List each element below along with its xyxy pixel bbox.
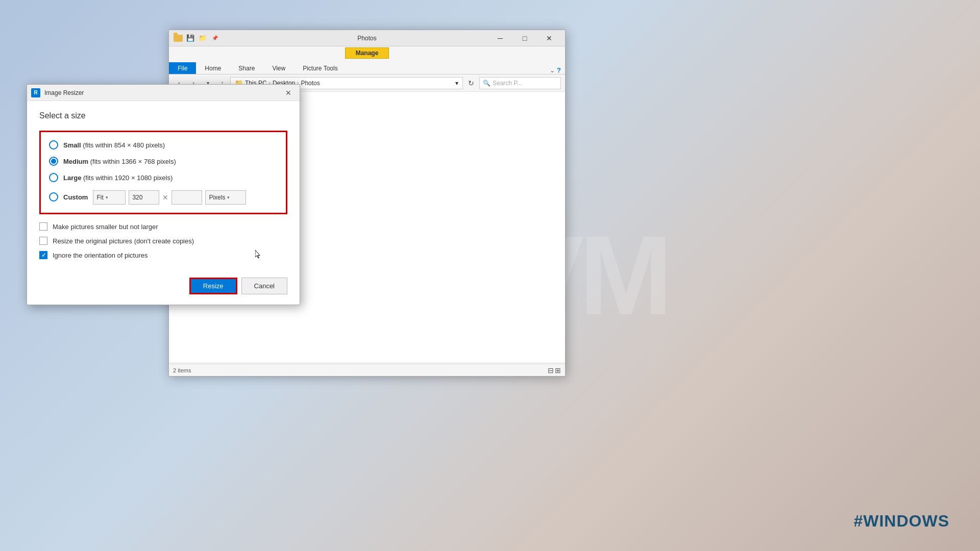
radio-medium[interactable] [49,157,58,166]
radio-large[interactable] [49,173,58,182]
checkbox-smaller[interactable]: Make pictures smaller but not larger [39,222,287,231]
manage-tab-area: Manage [169,46,565,59]
size-option-custom[interactable]: Custom Fit ▾ 320 ✕ Pixels ▾ [49,189,278,205]
size-option-large[interactable]: Large (fits within 980 × 551 pixels) [49,173,278,182]
size-options-box: Small (fits within 854 × 480 pixels) Med… [39,131,287,214]
checkbox-original[interactable]: Resize the original pictures (don't crea… [39,237,287,245]
dialog-title-text: Image Resizer [44,89,281,96]
tab-manage[interactable]: Manage [345,47,389,59]
ribbon-tabs: File Home Share View Picture Tools ⌄ ? [169,59,565,74]
custom-controls: Fit ▾ 320 ✕ Pixels ▾ [93,190,246,205]
size-large-label: Large (fits within 980 × 551 pixels) [63,174,173,182]
close-button[interactable]: ✕ [537,30,561,46]
status-bar: 2 items ⊟ ⊞ [169,364,565,376]
height-input[interactable] [172,190,202,205]
help-icon[interactable]: ? [557,66,561,74]
fit-label: Fit [96,194,103,201]
checkbox-orientation-box[interactable] [39,251,47,259]
resize-button[interactable]: Resize [189,278,237,294]
tab-file[interactable]: File [169,62,196,74]
checkbox-smaller-label: Make pictures smaller but not larger [53,223,158,231]
title-bar: 💾 📁 📌 Photos ─ □ ✕ [169,30,565,46]
title-bar-icons: 💾 📁 📌 [173,33,220,43]
tab-share[interactable]: Share [230,62,263,74]
tab-picture-tools[interactable]: Picture Tools [294,62,346,74]
unit-label: Pixels [209,194,225,201]
dialog-buttons: Resize Cancel [39,269,287,294]
address-dropdown-icon[interactable]: ▾ [455,80,458,87]
width-input[interactable]: 320 [129,190,159,205]
radio-small[interactable] [49,140,58,149]
checkbox-original-label: Resize the original pictures (don't crea… [53,237,194,245]
window-title: Photos [357,35,376,42]
dialog-close-button[interactable]: ✕ [281,86,296,100]
path-photos: Photos [301,80,320,87]
cancel-button[interactable]: Cancel [241,278,287,294]
ribbon: Manage File Home Share View Picture Tool… [169,46,565,74]
dialog-title-bar: R Image Resizer ✕ [27,85,300,101]
item-count: 2 items [173,367,191,373]
tab-view[interactable]: View [263,62,294,74]
image-resizer-dialog: R Image Resizer ✕ Select a size Small (f… [27,84,300,305]
view-icons: ⊟ ⊞ [548,366,561,374]
checkbox-orientation-label: Ignore the orientation of pictures [53,252,148,259]
checkbox-orientation[interactable]: Ignore the orientation of pictures [39,251,287,259]
windows-hashtag: #WINDOWS [853,512,949,531]
radio-custom[interactable] [49,192,58,202]
dialog-heading: Select a size [39,111,287,120]
details-view-icon[interactable]: ⊟ [548,366,554,374]
dialog-app-icon: R [31,88,40,97]
size-option-medium[interactable]: Medium (fits within 1366 × 768 pixels) [49,157,278,166]
folder-icon [173,33,183,43]
search-icon: 🔍 [483,80,491,87]
search-placeholder: Search P... [493,80,522,87]
checkbox-original-box[interactable] [39,237,47,245]
size-custom-label: Custom [63,193,88,201]
dialog-content: Select a size Small (fits within 854 × 4… [27,101,300,305]
ribbon-collapse-icon[interactable]: ⌄ [550,67,555,74]
unit-dropdown-icon: ▾ [227,195,230,200]
tab-home[interactable]: Home [196,62,230,74]
large-icons-view-icon[interactable]: ⊞ [555,366,561,374]
x-separator: ✕ [162,193,168,202]
maximize-button[interactable]: □ [513,30,536,46]
size-option-small[interactable]: Small (fits within 854 × 480 pixels) [49,140,278,149]
fit-dropdown-icon: ▾ [106,195,108,200]
save-icon[interactable]: 💾 [185,33,195,43]
title-controls: ─ □ ✕ [488,30,561,46]
minimize-button[interactable]: ─ [488,30,512,46]
pin-icon[interactable]: 📌 [210,33,220,43]
size-medium-label: Medium (fits within 1366 × 768 pixels) [63,158,176,165]
search-bar[interactable]: 🔍 Search P... [479,77,561,89]
checkbox-smaller-box[interactable] [39,222,47,231]
fit-select[interactable]: Fit ▾ [93,190,126,205]
size-small-label: Small (fits within 854 × 480 pixels) [63,141,165,149]
unit-select[interactable]: Pixels ▾ [205,190,246,205]
folder2-icon[interactable]: 📁 [198,33,208,43]
refresh-button[interactable]: ↻ [465,77,477,89]
